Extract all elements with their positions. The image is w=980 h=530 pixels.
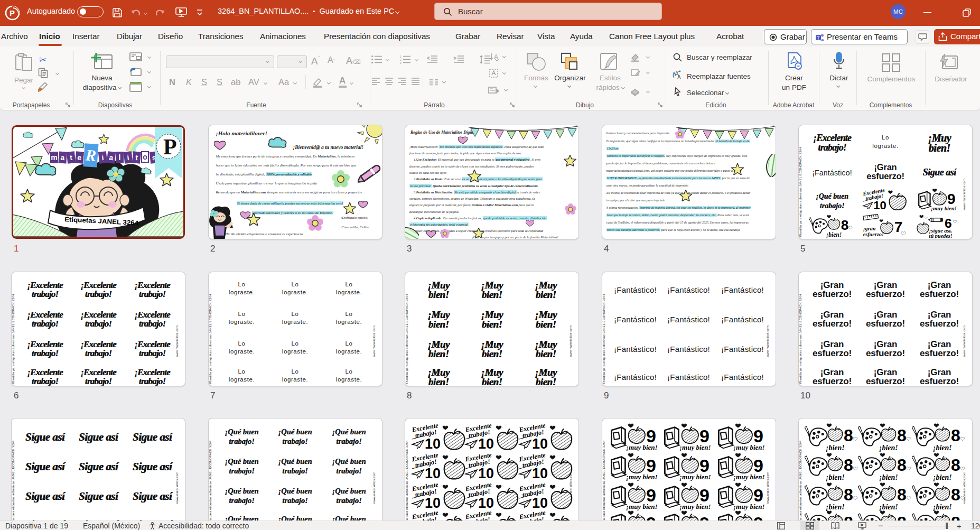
svg-text:8: 8 [897,455,907,475]
svg-text:¡gran: ¡gran [863,226,876,231]
svg-text:¡muy bien!: ¡muy bien! [679,473,711,481]
svg-text:10: 10 [425,436,441,452]
svg-text:8: 8 [844,455,853,475]
svg-text:10: 10 [532,436,548,452]
svg-text:esfuerzo!: esfuerzo! [863,231,884,237]
svg-text:¡bien!: ¡bien! [826,473,845,481]
svg-text:A: A [677,75,681,80]
svg-text:10: 10 [532,466,548,481]
svg-text:10: 10 [425,466,441,481]
svg-text:¡bien!: ¡bien! [826,231,842,238]
svg-text:10: 10 [873,199,886,212]
svg-text:P: P [10,8,15,17]
svg-text:10: 10 [478,495,494,511]
svg-text:T: T [817,35,820,41]
svg-text:8: 8 [897,485,907,504]
svg-text:¡bien!: ¡bien! [879,473,898,481]
svg-text:¡bien!: ¡bien! [933,444,952,452]
svg-text:¡muy bien!: ¡muy bien! [679,443,711,451]
svg-text:8: 8 [951,485,960,504]
svg-text:P: P [163,135,177,159]
svg-text:¡muy bien!: ¡muy bien! [626,473,658,481]
svg-text:10: 10 [478,436,494,452]
svg-text:8: 8 [897,426,907,445]
svg-text:¡muy bien!: ¡muy bien! [733,473,765,481]
svg-text:3: 3 [400,61,402,64]
svg-text:8: 8 [841,217,849,233]
svg-text:8: 8 [951,426,960,445]
svg-text:¡muy bien!: ¡muy bien! [626,443,658,451]
svg-text:¡bien!: ¡bien! [879,444,898,452]
svg-text:¡muy bien!: ¡muy bien! [733,443,765,451]
svg-text:10: 10 [425,495,441,511]
svg-text:8: 8 [844,485,853,504]
svg-text:9: 9 [947,191,956,207]
svg-text:8: 8 [951,455,960,475]
svg-text:10: 10 [532,495,548,511]
svg-text:¡bien!: ¡bien! [933,473,952,481]
svg-text:10: 10 [478,466,494,481]
svg-text:A: A [494,53,498,61]
svg-text:¡bien!: ¡bien! [826,444,845,452]
svg-text:8: 8 [844,426,853,445]
svg-text:¡muy bien!: ¡muy bien! [931,206,957,211]
svg-text:tú puedes!: tú puedes! [929,233,953,238]
